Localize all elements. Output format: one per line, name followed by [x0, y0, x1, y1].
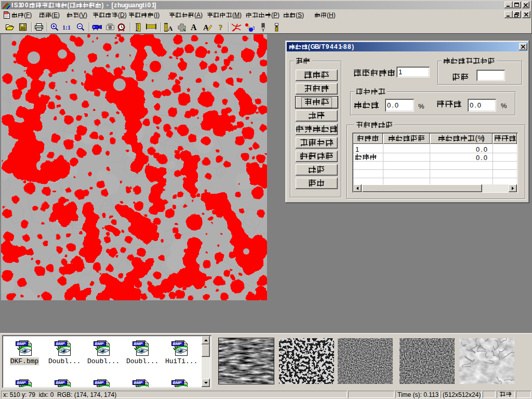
- svg-text:(: (: [308, 43, 310, 50]
- svg-text:BMP: BMP: [95, 380, 104, 385]
- svg-text:A: A: [168, 24, 173, 32]
- svg-text:t: t: [142, 2, 144, 9]
- svg-text:?: ?: [219, 23, 223, 32]
- svg-text:3: 3: [252, 25, 255, 31]
- svg-text:BMP: BMP: [56, 380, 65, 385]
- svg-text:(: (: [68, 2, 70, 9]
- svg-text:S: S: [14, 2, 18, 9]
- svg-text:i: i: [145, 2, 147, 9]
- svg-text:T: T: [322, 43, 326, 50]
- svg-text:8: 8: [343, 43, 347, 50]
- svg-text:): ): [101, 2, 103, 9]
- svg-text:8: 8: [348, 43, 351, 50]
- svg-text:0: 0: [21, 2, 24, 9]
- svg-text:BMP: BMP: [134, 341, 143, 346]
- svg-text:BMP: BMP: [17, 380, 26, 385]
- svg-text:z: z: [114, 2, 117, 9]
- svg-text:BMP: BMP: [134, 380, 143, 385]
- svg-text:): ): [352, 43, 354, 50]
- svg-text:9: 9: [326, 43, 329, 50]
- svg-text:4: 4: [330, 43, 334, 50]
- svg-text:BMP: BMP: [173, 341, 182, 346]
- svg-text:-: -: [341, 43, 343, 50]
- svg-text:]: ]: [154, 2, 156, 9]
- svg-text:0: 0: [25, 2, 29, 9]
- svg-text:1:1: 1:1: [62, 24, 71, 31]
- svg-text:BMP: BMP: [17, 341, 26, 346]
- svg-text:): ): [482, 134, 485, 142]
- svg-text:-: -: [107, 2, 109, 9]
- svg-text:BMP: BMP: [95, 341, 104, 346]
- svg-text:[: [: [112, 2, 114, 9]
- svg-text:A: A: [191, 23, 197, 31]
- svg-text:DOC: DOC: [4, 12, 8, 15]
- svg-text:/: /: [319, 43, 321, 50]
- svg-text:4: 4: [334, 43, 338, 50]
- svg-text:BMP: BMP: [56, 341, 65, 346]
- svg-text:I: I: [11, 2, 13, 9]
- svg-text:BMP: BMP: [173, 380, 182, 385]
- svg-text:0: 0: [148, 2, 151, 9]
